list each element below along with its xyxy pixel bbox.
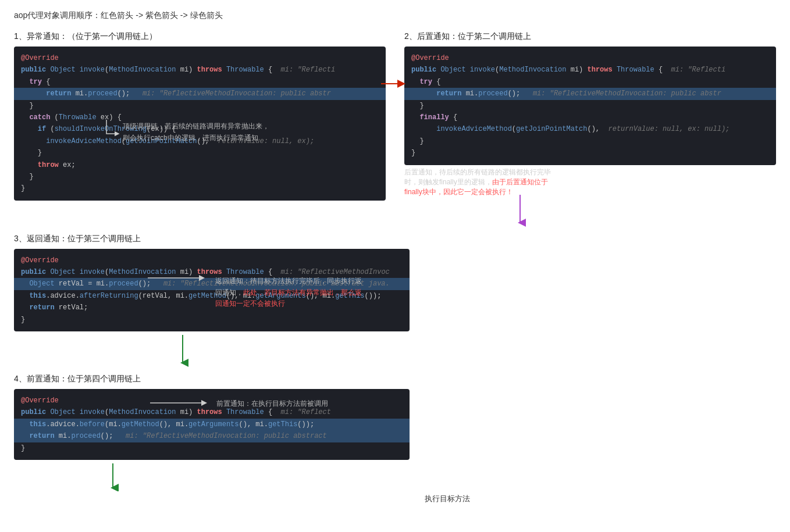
code-block-4: @Override public Object invoke(MethodInv… bbox=[14, 389, 410, 460]
section2-label: 2、后置通知：位于第二个调用链上 bbox=[404, 31, 776, 42]
section-3-return-advice: 3、返回通知：位于第三个调用链上 @Override public Object… bbox=[14, 234, 776, 331]
section4-label: 4、前置通知：位于第四个调用链上 bbox=[14, 374, 776, 384]
green-arrow-down-2 bbox=[107, 463, 776, 491]
code-block-2: @Override public Object invoke(MethodInv… bbox=[404, 47, 776, 165]
page-title: aop代理对象调用顺序：红色箭头 -> 紫色箭头 -> 绿色箭头 bbox=[14, 10, 776, 21]
panel2-note: 后置通知，待后续的所有链路的逻辑都执行完毕时，则触发finally里的逻辑，由于… bbox=[404, 167, 776, 197]
code-block-1: @Override public Object invoke(MethodInv… bbox=[14, 47, 386, 201]
panel-2-after-advice: 2、后置通知：位于第二个调用链上 @Override public Object… bbox=[404, 31, 776, 201]
section3-label: 3、返回通知：位于第三个调用链上 bbox=[14, 234, 776, 244]
section1-label: 1、异常通知：（位于第一个调用链上） bbox=[14, 31, 386, 42]
green-arrow-down bbox=[177, 335, 776, 367]
section-4-before-advice: 4、前置通知：位于第四个调用链上 @Override public Object… bbox=[14, 374, 776, 460]
panel-1-exception-advice: 1、异常通知：（位于第一个调用链上） @Override public Obje… bbox=[14, 31, 386, 201]
bottom-label: 执行目标方法 bbox=[119, 494, 776, 504]
red-arrow-right bbox=[381, 78, 408, 91]
code-block-3: @Override public Object invoke(MethodInv… bbox=[14, 249, 410, 331]
